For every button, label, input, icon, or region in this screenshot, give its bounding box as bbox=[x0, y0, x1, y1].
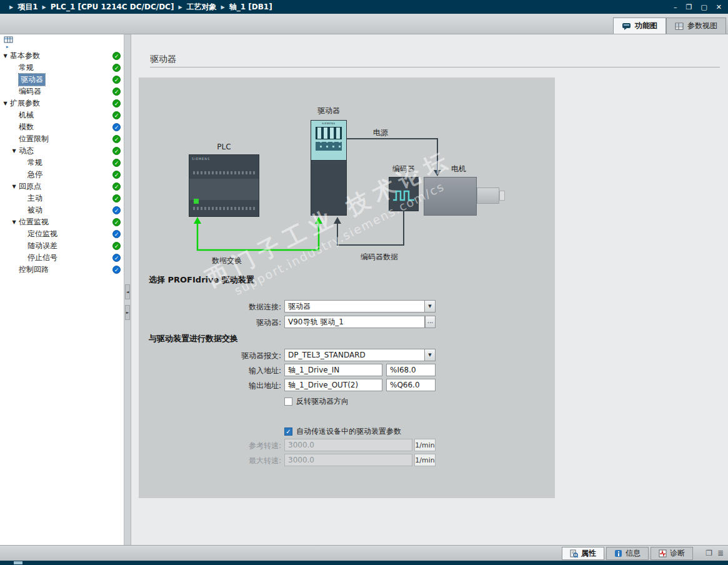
status-strip-chip bbox=[14, 561, 22, 564]
minimize-button-icon[interactable]: – bbox=[674, 4, 677, 11]
breadcrumb-item[interactable]: PLC_1 [CPU 1214C DC/DC/DC] bbox=[38, 2, 174, 11]
auto-transfer-checkbox[interactable]: 自动传送设备中的驱动装置参数 bbox=[284, 426, 401, 436]
status-icon bbox=[112, 171, 121, 179]
tree-item-label: 扩展参数 bbox=[10, 98, 40, 109]
tree-item[interactable]: 基本参数 bbox=[0, 50, 124, 62]
splitter-collapse-right-icon[interactable]: ► bbox=[125, 305, 130, 320]
output-address-value-field[interactable]: %Q66.0 bbox=[386, 379, 436, 391]
plc-terminals-bottom bbox=[193, 207, 255, 210]
drive-name-value: V90导轨 驱动_1 bbox=[288, 317, 344, 328]
tree-item-label: 急停 bbox=[27, 169, 42, 180]
tab-diagnostics[interactable]: 诊断 bbox=[651, 547, 693, 560]
tree-item[interactable]: 停止信号 bbox=[0, 252, 124, 264]
checkbox-box-icon[interactable] bbox=[284, 398, 292, 406]
tree-item[interactable]: 常规 bbox=[0, 157, 124, 169]
input-address-name: 轴_1_Drive_IN bbox=[288, 365, 339, 376]
expand-arrow-icon[interactable] bbox=[2, 101, 9, 106]
tree-item[interactable]: 机械 bbox=[0, 109, 124, 121]
expand-arrow-icon[interactable] bbox=[2, 53, 9, 59]
tree-item[interactable]: 编码器 bbox=[0, 86, 124, 98]
checkbox-checked-icon[interactable] bbox=[284, 428, 292, 436]
input-address-value: %I68.0 bbox=[390, 366, 416, 374]
input-address-row: 输入地址: 轴_1_Drive_IN %I68.0 bbox=[139, 364, 555, 376]
data-exchange-label: 数据交换 bbox=[199, 256, 255, 266]
tab-parameter-view[interactable]: 参数视图 bbox=[666, 18, 726, 34]
section-data-exchange-title: 与驱动装置进行数据交换 bbox=[149, 333, 238, 344]
tree-item[interactable]: 模数 bbox=[0, 121, 124, 133]
sidebar-expander-icon[interactable]: ▸ bbox=[6, 44, 124, 49]
splitter-collapse-left-icon[interactable]: ◄ bbox=[125, 284, 130, 299]
breadcrumb-item[interactable]: 项目1 bbox=[5, 2, 38, 12]
breadcrumb-item[interactable]: 工艺对象 bbox=[174, 2, 216, 12]
max-speed-value: 3000.0 bbox=[288, 456, 314, 464]
plc-label: PLC bbox=[189, 142, 259, 151]
window-controls: – ❐ ▢ ✕ bbox=[674, 4, 722, 11]
drive-browse-button[interactable]: ... bbox=[425, 316, 436, 328]
data-connection-select[interactable]: 驱动器 ▼ bbox=[284, 300, 436, 312]
plc-device-image: SIEMENS bbox=[189, 154, 259, 217]
tree-item[interactable]: 控制回路 bbox=[0, 264, 124, 276]
tree-item[interactable]: 扩展参数 bbox=[0, 98, 124, 109]
expand-arrow-icon[interactable] bbox=[11, 148, 17, 154]
status-strip bbox=[0, 561, 728, 565]
status-icon bbox=[112, 242, 121, 250]
telegram-select[interactable]: DP_TEL3_STANDARD ▼ bbox=[284, 349, 436, 361]
restore-button-icon[interactable]: ❐ bbox=[686, 4, 692, 11]
tree-item[interactable]: 急停 bbox=[0, 169, 124, 181]
tree-item[interactable]: 位置监视 bbox=[0, 216, 124, 228]
parameter-tree: 基本参数 常规 驱动器 编码器 扩展参数 bbox=[0, 50, 124, 276]
input-address-name-field[interactable]: 轴_1_Drive_IN bbox=[284, 364, 382, 376]
invert-direction-checkbox[interactable]: 反转驱动器方向 bbox=[284, 396, 349, 406]
expand-arrow-icon[interactable] bbox=[11, 219, 17, 225]
drive-row: 驱动器: V90导轨 驱动_1 ... bbox=[139, 316, 555, 328]
expand-arrow-icon[interactable] bbox=[11, 184, 17, 189]
tab-function-view-label: 功能图 bbox=[635, 21, 657, 31]
diagnostics-icon bbox=[659, 549, 667, 558]
tree-item[interactable]: 定位监视 bbox=[0, 228, 124, 240]
panel-toggle-icon[interactable]: ❐ bbox=[706, 549, 712, 558]
tab-function-view[interactable]: 功能图 bbox=[613, 18, 666, 34]
tree-item[interactable]: 主动 bbox=[0, 192, 124, 204]
tree-item-label: 停止信号 bbox=[27, 252, 57, 263]
tree-item[interactable]: 被动 bbox=[0, 204, 124, 216]
tree-item[interactable]: 常规 bbox=[0, 62, 124, 74]
dropdown-arrow-icon[interactable]: ▼ bbox=[424, 301, 435, 312]
sidebar-splitter[interactable]: ◄ ► bbox=[124, 34, 131, 545]
max-speed-field: 3000.0 bbox=[284, 454, 412, 466]
view-tabs: 功能图 参数视图 bbox=[613, 18, 726, 34]
telegram-row: 驱动器报文: DP_TEL3_STANDARD ▼ bbox=[139, 349, 555, 361]
tree-item-label: 机械 bbox=[19, 110, 34, 121]
navigation-grid-icon[interactable] bbox=[4, 36, 14, 44]
telegram-label: 驱动器报文: bbox=[176, 351, 281, 361]
title-divider bbox=[150, 67, 720, 68]
tree-item[interactable]: 驱动器 bbox=[0, 74, 124, 86]
breadcrumb-item[interactable]: 轴_1 [DB1] bbox=[217, 2, 272, 12]
dropdown-arrow-icon[interactable]: ▼ bbox=[424, 349, 435, 361]
status-icon bbox=[112, 159, 121, 167]
drive-field-label: 驱动器: bbox=[176, 318, 281, 328]
tab-info[interactable]: 信息 bbox=[606, 547, 649, 560]
output-address-name-field[interactable]: 轴_1_Drive_OUT(2) bbox=[284, 379, 382, 391]
tree-item[interactable]: 位置限制 bbox=[0, 133, 124, 145]
close-button-icon[interactable]: ✕ bbox=[716, 4, 722, 11]
title-bar: 项目1 PLC_1 [CPU 1214C DC/DC/DC] 工艺对象 轴_1 … bbox=[0, 0, 728, 14]
drive-name-field[interactable]: V90导轨 驱动_1 bbox=[284, 316, 425, 328]
maximize-button-icon[interactable]: ▢ bbox=[701, 4, 707, 11]
motor-label: 电机 bbox=[440, 164, 477, 174]
input-address-value-field[interactable]: %I68.0 bbox=[386, 364, 436, 376]
drive-config-panel: PLC 驱动器 编码器 电机 电源 数据交换 编码器数据 SIEMENS SIE… bbox=[139, 78, 555, 498]
tree-item[interactable]: 回原点 bbox=[0, 181, 124, 192]
invert-direction-label: 反转驱动器方向 bbox=[296, 396, 349, 407]
tree-item[interactable]: 随动误差 bbox=[0, 240, 124, 252]
drive-lcd-display bbox=[316, 127, 342, 139]
tree-item[interactable]: 动态 bbox=[0, 145, 124, 157]
output-address-row: 输出地址: 轴_1_Drive_OUT(2) %Q66.0 bbox=[139, 379, 555, 391]
tab-properties[interactable]: 属性 bbox=[562, 547, 604, 560]
list-menu-icon[interactable]: ≣ bbox=[717, 549, 724, 558]
reference-speed-unit: 1/min bbox=[414, 439, 436, 451]
tree-item-label: 位置监视 bbox=[19, 217, 49, 228]
parameter-view-icon bbox=[675, 22, 684, 30]
output-address-value: %Q66.0 bbox=[390, 381, 420, 389]
tree-item-label: 模数 bbox=[19, 122, 34, 132]
inspector-bar-icons: ❐ ≣ bbox=[706, 549, 724, 558]
